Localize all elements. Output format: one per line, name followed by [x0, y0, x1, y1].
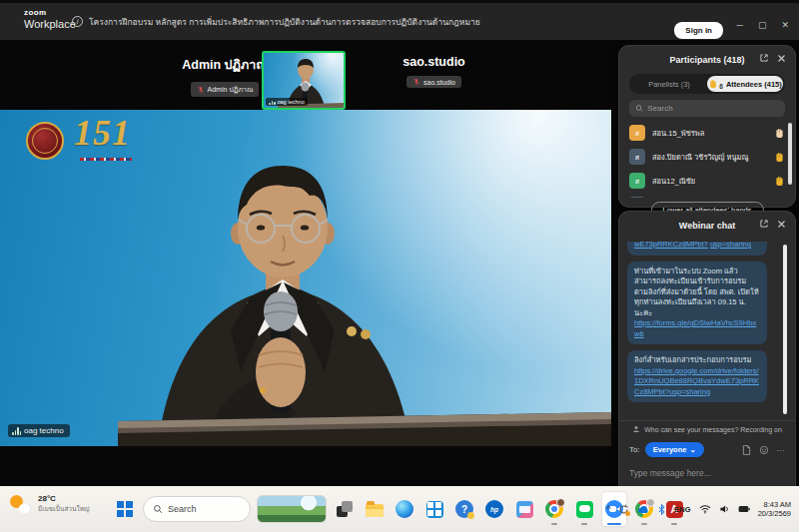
- chrome-icon[interactable]: [542, 492, 566, 526]
- widgets-preview[interactable]: [257, 495, 327, 523]
- search-label: Search: [168, 504, 197, 514]
- wifi-icon[interactable]: [699, 504, 711, 514]
- chat-message: ท่านที่เข้ามาในระบบ Zoom แล้วสามารถลงทะเ…: [627, 262, 767, 345]
- window-controls: ─ ▢ ✕: [737, 20, 789, 30]
- start-button[interactable]: [113, 492, 137, 526]
- pop-out-icon[interactable]: [759, 219, 769, 229]
- participant-pill: sao.studio: [406, 76, 461, 88]
- chat-scrollbar[interactable]: [783, 245, 787, 414]
- attendee-row[interactable]: [619, 193, 795, 198]
- volume-icon[interactable]: [719, 504, 730, 514]
- more-options-icon[interactable]: ···: [777, 445, 786, 455]
- zoom-workplace-logo: zoom Workplace: [24, 9, 76, 30]
- minimize-icon[interactable]: ─: [737, 20, 743, 30]
- attendee-list: ส สอน.15_พัชรพล ส สอง.ปิยดาณี วชิรวิญญ์ …: [619, 121, 795, 198]
- pop-out-icon[interactable]: [759, 53, 769, 63]
- task-view-icon[interactable]: [333, 492, 357, 526]
- edge-browser-icon[interactable]: [393, 492, 416, 526]
- oag-seal-logo: [26, 122, 64, 160]
- close-icon[interactable]: ✕: [781, 20, 789, 30]
- chat-link[interactable]: https://forms.gle/gDSiwHaVhcS9Hbxw6: [634, 318, 760, 339]
- weather-description: มีเมฆเป็นส่วนใหญ่: [38, 504, 89, 514]
- chat-link[interactable]: wE73pRRKCz8MPbt?: [634, 242, 708, 249]
- hp-app-icon[interactable]: hp: [482, 492, 506, 526]
- tab-attendees[interactable]: 6 Attendees (415): [707, 76, 783, 92]
- chat-message-text: ท่านที่เข้ามาในระบบ Zoom แล้วสามารถลงทะเ…: [634, 266, 760, 319]
- video-tile-sao-studio[interactable]: sao.studio sao.studio: [352, 55, 516, 88]
- close-panel-icon[interactable]: [777, 54, 786, 63]
- participant-pill: Admin ปฏิภาณ: [191, 82, 260, 97]
- to-label: To:: [629, 445, 640, 454]
- mail-app-icon[interactable]: [512, 492, 536, 526]
- muted-mic-icon: [197, 86, 205, 94]
- logo-zoom: zoom: [24, 9, 76, 17]
- attendee-row[interactable]: ส สอง.ปิยดาณี วชิรวิญญ์ หนูมณู: [619, 145, 795, 169]
- participant-name: Admin ปฏิภาณ: [182, 55, 268, 75]
- chat-message-input[interactable]: [629, 468, 785, 478]
- person-icon: [632, 425, 640, 433]
- participants-search-input[interactable]: [647, 104, 779, 113]
- participants-search[interactable]: [629, 100, 785, 117]
- audio-bars-icon: [269, 100, 276, 105]
- active-speaker-thumbnail[interactable]: oag techno: [262, 51, 346, 110]
- taskbar-search[interactable]: Search: [143, 496, 251, 522]
- taskbar-clock[interactable]: 8:43 AM 20/3/2569: [758, 500, 791, 519]
- microsoft-store-icon[interactable]: [422, 492, 446, 526]
- sign-in-button[interactable]: Sign in: [674, 22, 723, 39]
- video-filmstrip: Admin ปฏิภาณ Admin ปฏิภาณ: [0, 40, 611, 110]
- chevron-down-icon: ⌄: [689, 445, 695, 454]
- muted-mic-icon: [412, 78, 420, 86]
- get-help-icon[interactable]: ?: [452, 492, 476, 526]
- attendee-name: สอน12_ณิชัย: [652, 175, 767, 187]
- thumbnail-name-label: oag techno: [266, 98, 308, 106]
- tray-expand-icon[interactable]: ^: [606, 504, 610, 514]
- emoji-icon[interactable]: [759, 445, 769, 455]
- avatar: [629, 197, 645, 198]
- language-indicator[interactable]: ENG: [674, 505, 690, 514]
- chat-privacy-notice: Who can see your messages? Recording on: [619, 420, 795, 437]
- recipient-dropdown[interactable]: Everyone ⌄: [645, 442, 704, 457]
- sync-status-icon[interactable]: [618, 504, 629, 515]
- attendee-name: สอง.ปิยดาณี วชิรวิญญ์ หนูมณู: [652, 151, 767, 163]
- tab-panelists[interactable]: Panelists (3): [631, 80, 707, 89]
- participants-panel: Participants (418) Panelists (3): [619, 46, 795, 207]
- avatar: ส: [629, 125, 645, 141]
- participant-pill-label: Admin ปฏิภาณ: [208, 84, 254, 95]
- info-icon: i: [72, 16, 83, 27]
- close-panel-icon[interactable]: [777, 220, 786, 229]
- onedrive-icon[interactable]: [637, 505, 649, 514]
- line-app-icon[interactable]: [572, 492, 596, 526]
- maximize-icon[interactable]: ▢: [758, 20, 767, 30]
- chat-message: wE73pRRKCz8MPbt? usp=sharing: [627, 242, 767, 256]
- file-attach-icon[interactable]: [742, 445, 751, 455]
- raised-hand-icon: [774, 152, 785, 163]
- attendee-row[interactable]: ส สอน12_ณิชัย: [619, 169, 795, 193]
- windows-logo-icon: [117, 501, 133, 517]
- raised-hand-icon: [708, 79, 718, 89]
- taskbar-weather-widget[interactable]: 28°C มีเมฆเป็นส่วนใหญ่: [10, 494, 89, 514]
- active-speaker-name-label: oag techno: [8, 424, 70, 437]
- file-explorer-icon[interactable]: [363, 492, 387, 526]
- meeting-topic-text: โครงการฝึกอบรม หลักสูตร การเพิ่มประสิทธิ…: [89, 15, 480, 29]
- participant-pill-label: sao.studio: [423, 79, 455, 86]
- time: 8:43 AM: [758, 500, 791, 510]
- attendee-row[interactable]: ส สอน.15_พัชรพล: [619, 121, 795, 145]
- bluetooth-icon[interactable]: [657, 504, 666, 515]
- chat-message: ลิงก์สำหรับเอกสารประกอบการอบรม https://d…: [627, 350, 767, 402]
- participants-scrollbar[interactable]: [788, 123, 792, 185]
- meeting-topic-banner: i โครงการฝึกอบรม หลักสูตร การเพิ่มประสิท…: [72, 3, 480, 40]
- chat-message-text: ลิงก์สำหรับเอกสารประกอบการอบรม: [634, 355, 760, 366]
- main-speaker-video[interactable]: 151 oag techno: [0, 110, 611, 446]
- taskbar-center-icons: Search ? hp A: [113, 486, 686, 532]
- search-icon: [635, 104, 643, 113]
- chat-link[interactable]: https://drive.google.com/drive/folders/1…: [634, 366, 760, 398]
- zoom-workplace-window: zoom Workplace i โครงการฝึกอบรม หลักสูตร…: [0, 0, 799, 532]
- chat-recipient-row: To: Everyone ⌄ ···: [619, 437, 795, 457]
- windows-taskbar: 28°C มีเมฆเป็นส่วนใหญ่ Search ? hp: [0, 486, 799, 532]
- raised-hands-count: 6: [719, 83, 723, 90]
- chat-input-row: [619, 457, 795, 480]
- battery-icon[interactable]: [738, 505, 750, 513]
- weather-temperature: 28°C: [38, 494, 89, 504]
- chat-link[interactable]: usp=sharing: [710, 242, 751, 249]
- chat-title: Webinar chat: [679, 221, 735, 231]
